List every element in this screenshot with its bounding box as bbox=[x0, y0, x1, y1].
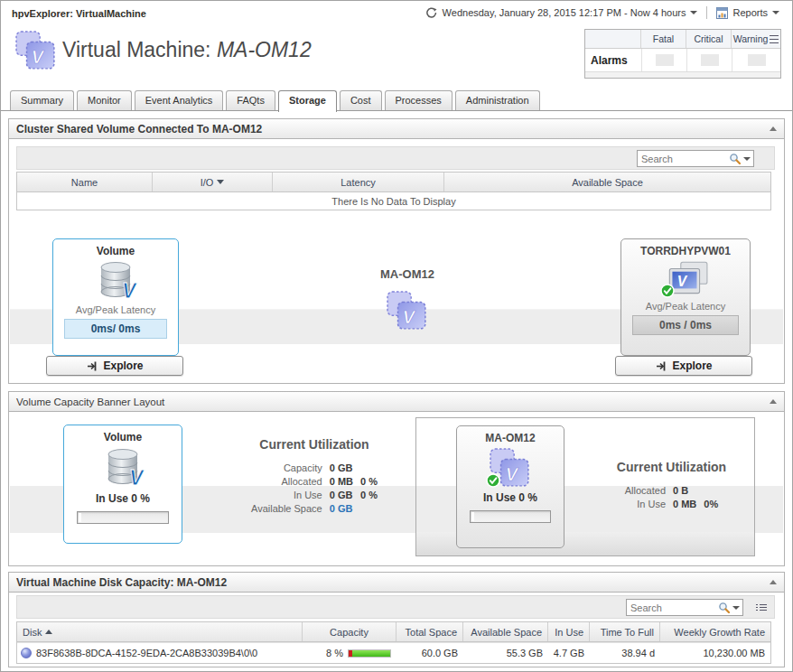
host-metric-label: Avg/Peak Latency bbox=[621, 301, 750, 312]
utilization-right: Current Utilization Allocated0 B In Use0… bbox=[597, 460, 746, 510]
csv-section-title: Cluster Shared Volume Connected To MA-OM… bbox=[16, 123, 770, 135]
csv-toolbar bbox=[16, 146, 775, 170]
disk-col-total-space[interactable]: Total Space bbox=[396, 622, 463, 641]
disk-table-header: Disk Capacity Total Space Available Spac… bbox=[17, 622, 770, 642]
explore-arrow-icon bbox=[655, 360, 667, 372]
alarms-header-row: Fatal Critical Warning bbox=[585, 30, 780, 49]
csv-col-io[interactable]: I/O bbox=[153, 173, 273, 191]
timerange-caret-icon[interactable] bbox=[690, 11, 697, 14]
capacity-vm-in-use: In Use 0 % bbox=[457, 491, 564, 504]
alarms-critical-cell[interactable] bbox=[686, 49, 732, 71]
tab-storage[interactable]: Storage bbox=[278, 90, 337, 112]
alarms-customizer-icon[interactable] bbox=[770, 35, 779, 43]
disk-searchbox bbox=[626, 599, 743, 616]
tab-monitor[interactable]: Monitor bbox=[77, 90, 132, 110]
center-vm-icon[interactable] bbox=[387, 289, 428, 332]
disk-weekly-growth-cell: 10,230.00 MB bbox=[660, 643, 770, 663]
capacity-vm-progress-bar bbox=[470, 510, 551, 523]
volume-database-icon bbox=[91, 259, 140, 301]
util-row-capacity: Capacity0 GB bbox=[247, 461, 381, 474]
capacity-section-title: Volume Capacity Banner Layout bbox=[16, 397, 770, 407]
disk-col-in-use[interactable]: In Use bbox=[548, 622, 590, 641]
capacity-collapse-icon[interactable] bbox=[770, 399, 777, 404]
capacity-volume-title: Volume bbox=[64, 431, 182, 443]
host-explore-button[interactable]: Explore bbox=[615, 356, 752, 376]
host-healthy-badge-icon bbox=[660, 284, 675, 298]
volume-tile-title: Volume bbox=[53, 245, 178, 257]
csv-empty-message: There Is No Data To Display bbox=[17, 192, 770, 210]
sort-asc-icon bbox=[45, 630, 52, 634]
utilization-left-title: Current Utilization bbox=[210, 437, 419, 452]
capacity-vm-title: MA-OM12 bbox=[457, 432, 564, 444]
disk-section-title: Virtual Machine Disk Capacity: MA-OM12 bbox=[16, 576, 770, 589]
util-row-in-use: In Use0 GB0 % bbox=[247, 488, 381, 501]
util-row-available-space: Available Space0 GB bbox=[247, 501, 381, 515]
alarms-footer-strip bbox=[585, 71, 780, 78]
alarms-warning-cell[interactable] bbox=[732, 49, 780, 71]
reports-label[interactable]: Reports bbox=[732, 7, 768, 18]
csv-topology: Volume Avg/Peak Latency 0ms/ 0ms Explore… bbox=[10, 210, 783, 382]
page-title-vm-name: MA-OM12 bbox=[217, 38, 312, 61]
host-latency-value: 0ms / 0ms bbox=[632, 315, 739, 335]
tab-summary[interactable]: Summary bbox=[10, 90, 74, 110]
available-space-link[interactable]: 0 GB bbox=[326, 501, 357, 515]
disk-col-disk[interactable]: Disk bbox=[17, 622, 303, 641]
csv-section-header: Cluster Shared Volume Connected To MA-OM… bbox=[9, 119, 784, 139]
capacity-volume-progress-bar bbox=[77, 511, 169, 524]
disk-col-capacity[interactable]: Capacity bbox=[303, 622, 396, 641]
disk-name-cell: 83F8638B-8DCA-4152-9EDA-2CA8B33039B4\0\0 bbox=[17, 643, 303, 663]
disk-col-time-to-full[interactable]: Time To Full bbox=[590, 622, 660, 641]
csv-search-caret-icon[interactable] bbox=[743, 157, 751, 161]
tab-administration[interactable]: Administration bbox=[455, 90, 540, 110]
disk-section-header: Virtual Machine Disk Capacity: MA-OM12 bbox=[9, 573, 784, 593]
disk-table-customizer-icon[interactable] bbox=[756, 602, 767, 613]
disk-table: Disk Capacity Total Space Available Spac… bbox=[16, 621, 771, 664]
disk-search-icon[interactable] bbox=[718, 602, 730, 613]
section-cluster-shared-volume: Cluster Shared Volume Connected To MA-OM… bbox=[8, 118, 785, 384]
tab-faqts[interactable]: FAQts bbox=[226, 90, 275, 110]
page-title: Virtual Machine: MA-OM12 bbox=[62, 38, 312, 62]
alarms-header-empty bbox=[585, 30, 641, 48]
alarms-fatal-cell[interactable] bbox=[641, 49, 686, 71]
disk-col-weekly-growth[interactable]: Weekly Growth Rate bbox=[660, 622, 770, 641]
csv-searchbox bbox=[637, 150, 754, 167]
disk-search-input[interactable] bbox=[627, 600, 715, 615]
tab-cost[interactable]: Cost bbox=[340, 90, 382, 110]
utilization-left: Current Utilization Capacity0 GB Allocat… bbox=[210, 437, 419, 515]
csv-search-input[interactable] bbox=[638, 151, 726, 166]
util-right-row-in-use: In Use0 MB0% bbox=[621, 497, 722, 510]
alarms-header-critical: Critical bbox=[686, 30, 732, 48]
host-tile[interactable]: TORRDHYPVW01 Avg/Peak Latency 0ms / 0ms bbox=[620, 238, 751, 356]
disk-table-row[interactable]: 83F8638B-8DCA-4152-9EDA-2CA8B33039B4\0\0… bbox=[17, 642, 770, 663]
reports-caret-icon[interactable] bbox=[772, 11, 779, 14]
tab-processes[interactable]: Processes bbox=[385, 90, 452, 110]
vm-healthy-badge-icon bbox=[486, 473, 500, 488]
capacity-section-header: Volume Capacity Banner Layout bbox=[9, 392, 784, 412]
capacity-vm-tile[interactable]: MA-OM12 In Use 0 % bbox=[456, 425, 564, 548]
timerange-label[interactable]: Wednesday, January 28, 2015 12:17 PM - N… bbox=[443, 7, 686, 18]
vm-capacity-banner: MA-OM12 In Use 0 % Current Utilization A… bbox=[415, 417, 755, 556]
csv-table-header: Name I/O Latency Available Space bbox=[17, 173, 770, 192]
disk-total-space-cell: 60.0 GB bbox=[396, 643, 463, 663]
disk-in-use-cell: 4.7 GB bbox=[548, 643, 590, 663]
csv-collapse-icon[interactable] bbox=[770, 126, 777, 131]
volume-explore-button[interactable]: Explore bbox=[46, 356, 183, 376]
volume-tile[interactable]: Volume Avg/Peak Latency 0ms/ 0ms bbox=[52, 238, 179, 356]
disk-col-available-space[interactable]: Available Space bbox=[463, 622, 548, 641]
disk-search-caret-icon[interactable] bbox=[732, 606, 740, 610]
csv-search-icon[interactable] bbox=[729, 153, 741, 164]
section-disk-capacity: Virtual Machine Disk Capacity: MA-OM12 D… bbox=[8, 572, 785, 667]
utilization-right-title: Current Utilization bbox=[597, 460, 746, 474]
csv-col-latency[interactable]: Latency bbox=[273, 173, 444, 191]
host-tile-title: TORRDHYPVW01 bbox=[621, 245, 750, 257]
csv-table: Name I/O Latency Available Space There I… bbox=[16, 172, 771, 210]
capacity-vm-icon bbox=[490, 446, 531, 490]
alarms-summary-table: Fatal Critical Warning Alarms bbox=[584, 29, 781, 79]
csv-col-name[interactable]: Name bbox=[17, 173, 153, 191]
capacity-volume-tile[interactable]: Volume In Use 0 % bbox=[63, 425, 182, 544]
csv-col-available-space[interactable]: Available Space bbox=[444, 173, 770, 191]
tab-event-analytics[interactable]: Event Analytics bbox=[135, 90, 224, 110]
top-right-toolbar: Wednesday, January 28, 2015 12:17 PM - N… bbox=[426, 6, 779, 19]
disk-collapse-icon[interactable] bbox=[770, 580, 777, 584]
host-monitor-icon bbox=[662, 259, 709, 297]
